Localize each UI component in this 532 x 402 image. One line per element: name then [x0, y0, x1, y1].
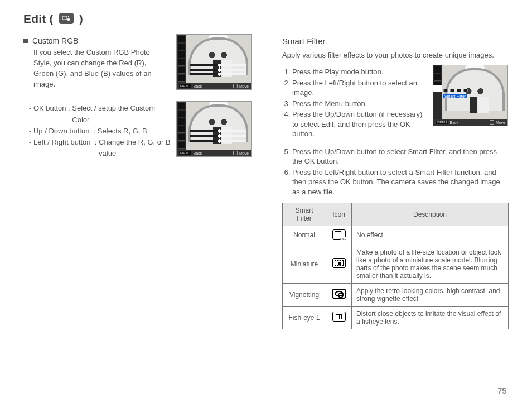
updown-button-desc: Selects R, G, B — [98, 126, 147, 137]
filter-desc: No effect — [352, 226, 509, 245]
smart-filter-table: Smart Filter Icon Description Normal No … — [282, 203, 509, 329]
menu-button-icon: MENU — [179, 84, 191, 88]
move-label: Move — [496, 121, 505, 125]
back-label: Back — [193, 151, 202, 155]
filter-fisheye-icon — [332, 312, 346, 322]
dpad-icon — [490, 120, 494, 125]
lcd-screenshot-rgb-1: MENUBack Move — [176, 34, 252, 90]
filter-miniature-icon — [332, 258, 346, 268]
right-column: Smart Filter Apply various filter effect… — [282, 36, 509, 329]
th-desc: Description — [352, 203, 509, 226]
step-3: Press the Menu button. — [292, 99, 426, 109]
leftright-button-desc: Change the R, G, or B value — [99, 137, 182, 159]
leftright-button-label: - Left / Right button : — [29, 137, 99, 159]
step-2: Press the Left/Right button to select an… — [292, 78, 426, 98]
table-row: Fish-eye 1 Distort close objects to imit… — [283, 306, 509, 329]
filter-icon-cell — [326, 226, 352, 245]
filter-icon-cell — [326, 245, 352, 283]
filter-off-icon — [332, 229, 346, 240]
step-4: Press the Up/Down button (if necessary) … — [292, 109, 426, 139]
filter-desc: Apply the retro-looking colors, high con… — [352, 283, 509, 306]
step-6: Press the Left/Right button to select a … — [292, 168, 509, 197]
page-number: 75 — [497, 386, 506, 395]
ok-button-label: - OK button : — [29, 103, 72, 125]
svg-rect-3 — [68, 16, 69, 17]
updown-button-label: - Up / Down button : — [29, 126, 98, 137]
filter-name: Normal — [283, 226, 326, 245]
filter-icon-strip — [443, 89, 505, 92]
filter-desc: Make a photo of a life-size location or … — [352, 245, 509, 283]
bullet-square-icon — [23, 39, 28, 43]
dpad-icon — [233, 84, 238, 88]
back-label: Back — [193, 84, 202, 88]
svg-point-2 — [67, 18, 70, 21]
th-icon: Icon — [326, 203, 352, 226]
custom-rgb-heading: Custom RGB — [32, 36, 78, 45]
filter-name: Fish-eye 1 — [283, 306, 326, 329]
th-name: Smart Filter — [283, 203, 326, 226]
filter-icon-cell — [326, 283, 352, 306]
table-row: Vignetting Apply the retro-looking color… — [283, 283, 509, 306]
menu-button-icon: MENU — [179, 151, 191, 155]
filter-name: Miniature — [283, 245, 326, 283]
move-label: Move — [239, 84, 249, 88]
step-5: Press the Up/Down button to select Smart… — [292, 147, 509, 166]
filter-icon-cell — [326, 306, 352, 329]
custom-rgb-paragraph: If you select the Custom RGB Photo Style… — [33, 47, 162, 89]
table-row: Normal No effect — [283, 226, 509, 245]
filter-vignette-icon — [332, 289, 346, 299]
page-title: Edit ( ) — [23, 12, 83, 26]
title-prefix: Edit ( — [23, 12, 54, 25]
move-label: Move — [239, 151, 249, 155]
back-label: Back — [449, 121, 458, 125]
lcd-screenshot-rgb-2: MENUBack Move — [176, 101, 252, 157]
filter-desc: Distort close objects to imitate the vis… — [352, 306, 509, 329]
edit-palette-icon — [59, 13, 74, 24]
step-1: Press the Play mode button. — [292, 67, 426, 77]
title-suffix: ) — [79, 12, 83, 25]
smart-filter-intro: Apply various filter effects to your pho… — [282, 51, 509, 59]
ok-button-desc: Select / setup the Custom Color — [72, 103, 167, 125]
menu-button-icon: MENU — [436, 121, 448, 124]
dpad-icon — [233, 151, 238, 155]
table-row: Miniature Make a photo of a life-size lo… — [283, 245, 509, 283]
lcd-screenshot-smartfilter: Smart Filter MENUBack Move — [433, 65, 508, 126]
smart-filter-steps: Press the Play mode button. Press the Le… — [282, 66, 426, 140]
smart-filter-heading: Smart Filter — [282, 36, 471, 46]
left-column: Custom RGB If you select the Custom RGB … — [23, 36, 263, 329]
filter-name: Vignetting — [283, 283, 326, 306]
smart-filter-steps-cont: Press the Up/Down button to select Smart… — [282, 147, 509, 197]
smart-filter-caption: Smart Filter — [443, 94, 467, 98]
page-title-row: Edit ( ) — [23, 12, 509, 27]
